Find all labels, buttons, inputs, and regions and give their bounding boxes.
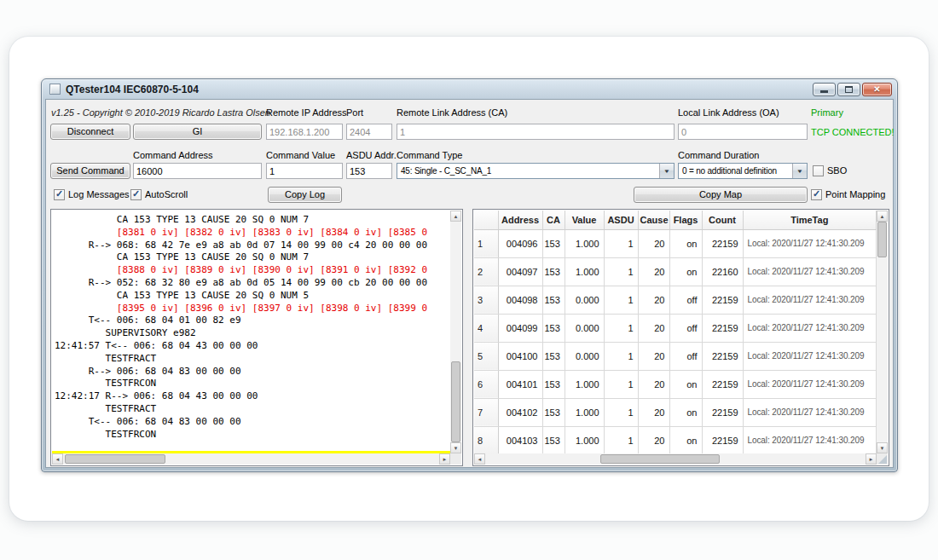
point-mapping-checkbox[interactable]: ✓ Point Mapping <box>811 188 885 200</box>
scrollbar-thumb[interactable] <box>600 454 720 464</box>
table-row[interactable]: 60041011531.000120on22159Local: 2020/11/… <box>474 370 877 398</box>
port-input[interactable] <box>346 124 392 140</box>
titlebar[interactable]: QTester104 IEC60870-5-104 ✕ <box>42 79 897 99</box>
scrollbar-track[interactable] <box>450 222 461 442</box>
cell-flags[interactable]: on <box>669 426 702 453</box>
sbo-checkbox[interactable]: SBO <box>813 165 847 176</box>
disconnect-button[interactable]: Disconnect <box>50 124 130 140</box>
cell-asdu[interactable]: 1 <box>604 286 638 314</box>
cell-count[interactable]: 22159 <box>702 370 743 398</box>
cell-val[interactable]: 0.000 <box>565 286 604 314</box>
cell-flags[interactable]: off <box>669 314 702 342</box>
cell-ca[interactable]: 153 <box>542 314 565 342</box>
cell-asdu[interactable]: 1 <box>604 257 638 286</box>
copy-map-button[interactable]: Copy Map <box>634 187 808 203</box>
column-header-num[interactable] <box>474 211 498 229</box>
table-row[interactable]: 40040991530.000120off22159Local: 2020/11… <box>474 314 877 342</box>
scroll-left-icon[interactable]: ◄ <box>52 453 63 465</box>
gi-button[interactable]: GI <box>133 124 262 140</box>
column-header-val[interactable]: Value <box>565 211 604 229</box>
cell-num[interactable]: 6 <box>474 370 498 398</box>
cell-flags[interactable]: on <box>669 229 702 257</box>
cell-time[interactable]: Local: 2020/11/27 12:41:30.209 <box>743 229 877 257</box>
scroll-up-icon[interactable]: ▲ <box>450 211 461 222</box>
cell-asdu[interactable]: 1 <box>604 370 638 398</box>
cell-time[interactable]: Local: 2020/11/27 12:41:30.209 <box>743 370 877 398</box>
table-row[interactable]: 10040961531.000120on22159Local: 2020/11/… <box>474 229 877 257</box>
cell-addr[interactable]: 004102 <box>498 398 542 426</box>
cell-addr[interactable]: 004101 <box>498 370 542 398</box>
scroll-right-icon[interactable]: ► <box>866 453 877 465</box>
cell-num[interactable]: 2 <box>474 257 498 286</box>
cell-cause[interactable]: 20 <box>638 398 669 426</box>
table-horizontal-scrollbar[interactable]: ◄ ► <box>474 453 877 465</box>
copy-log-button[interactable]: Copy Log <box>268 187 342 203</box>
table-row[interactable]: 30040981530.000120off22159Local: 2020/11… <box>474 286 877 314</box>
remote-ip-input[interactable] <box>266 124 343 140</box>
cell-flags[interactable]: on <box>669 398 702 426</box>
minimize-button[interactable] <box>813 83 836 96</box>
cell-addr[interactable]: 004098 <box>498 286 542 314</box>
column-header-flags[interactable]: Flags <box>669 211 702 229</box>
cell-addr[interactable]: 004099 <box>498 314 542 342</box>
cell-cause[interactable]: 20 <box>638 314 669 342</box>
cell-ca[interactable]: 153 <box>542 229 565 257</box>
local-link-input[interactable] <box>678 124 808 140</box>
cell-flags[interactable]: on <box>669 370 702 398</box>
cell-flags[interactable]: off <box>669 342 702 370</box>
cell-count[interactable]: 22160 <box>702 257 743 286</box>
column-header-time[interactable]: TimeTag <box>743 211 877 229</box>
scrollbar-track[interactable] <box>63 453 439 465</box>
cell-ca[interactable]: 153 <box>542 257 565 286</box>
cell-time[interactable]: Local: 2020/11/27 12:41:30.209 <box>743 286 877 314</box>
log-messages-checkbox[interactable]: ✓ Log Messages <box>54 188 130 200</box>
column-header-asdu[interactable]: ASDU <box>604 211 638 229</box>
table-row[interactable]: 20040971531.000120on22160Local: 2020/11/… <box>474 257 877 286</box>
scrollbar-thumb[interactable] <box>877 222 887 257</box>
cell-cause[interactable]: 20 <box>638 370 669 398</box>
table-vertical-scrollbar[interactable]: ▲ ▼ <box>877 211 888 453</box>
cell-val[interactable]: 1.000 <box>565 426 604 453</box>
table-row[interactable]: 70041021531.000120on22159Local: 2020/11/… <box>474 398 877 426</box>
cell-cause[interactable]: 20 <box>638 426 669 453</box>
column-header-cause[interactable]: Cause <box>638 211 669 229</box>
cell-time[interactable]: Local: 2020/11/27 12:41:30.209 <box>743 314 877 342</box>
command-address-input[interactable] <box>133 163 262 179</box>
cell-time[interactable]: Local: 2020/11/27 12:41:30.209 <box>743 257 877 286</box>
cell-time[interactable]: Local: 2020/11/27 12:41:30.209 <box>743 342 877 370</box>
cell-cause[interactable]: 20 <box>638 342 669 370</box>
cell-asdu[interactable]: 1 <box>604 229 638 257</box>
scroll-right-icon[interactable]: ► <box>439 453 450 465</box>
cell-num[interactable]: 8 <box>474 426 498 453</box>
maximize-button[interactable] <box>837 83 860 96</box>
cell-val[interactable]: 1.000 <box>565 257 604 286</box>
column-header-count[interactable]: Count <box>702 211 743 229</box>
cell-count[interactable]: 22159 <box>702 229 743 257</box>
cell-ca[interactable]: 153 <box>542 286 565 314</box>
table-row[interactable]: 50041001530.000120off22159Local: 2020/11… <box>474 342 877 370</box>
cell-val[interactable]: 0.000 <box>565 314 604 342</box>
cell-val[interactable]: 1.000 <box>565 398 604 426</box>
cell-cause[interactable]: 20 <box>638 257 669 286</box>
scroll-down-icon[interactable]: ▼ <box>877 442 888 453</box>
cell-asdu[interactable]: 1 <box>604 342 638 370</box>
cell-addr[interactable]: 004100 <box>498 342 542 370</box>
cell-count[interactable]: 22159 <box>702 398 743 426</box>
log-vertical-scrollbar[interactable]: ▲ ▼ <box>450 211 461 453</box>
cell-cause[interactable]: 20 <box>638 229 669 257</box>
scroll-left-icon[interactable]: ◄ <box>474 453 485 465</box>
scrollbar-track[interactable] <box>485 453 866 465</box>
cell-addr[interactable]: 004097 <box>498 257 542 286</box>
cell-flags[interactable]: off <box>669 286 702 314</box>
cell-addr[interactable]: 004103 <box>498 426 542 453</box>
cell-ca[interactable]: 153 <box>542 398 565 426</box>
asdu-address-input[interactable] <box>346 163 392 179</box>
scroll-down-icon[interactable]: ▼ <box>450 442 461 453</box>
cell-cause[interactable]: 20 <box>638 286 669 314</box>
cell-time[interactable]: Local: 2020/11/27 12:41:30.209 <box>743 398 877 426</box>
scrollbar-track[interactable] <box>877 222 888 442</box>
cell-addr[interactable]: 004096 <box>498 229 542 257</box>
cell-count[interactable]: 22159 <box>702 286 743 314</box>
table-row[interactable]: 80041031531.000120on22159Local: 2020/11/… <box>474 426 877 453</box>
scrollbar-thumb[interactable] <box>65 454 165 464</box>
